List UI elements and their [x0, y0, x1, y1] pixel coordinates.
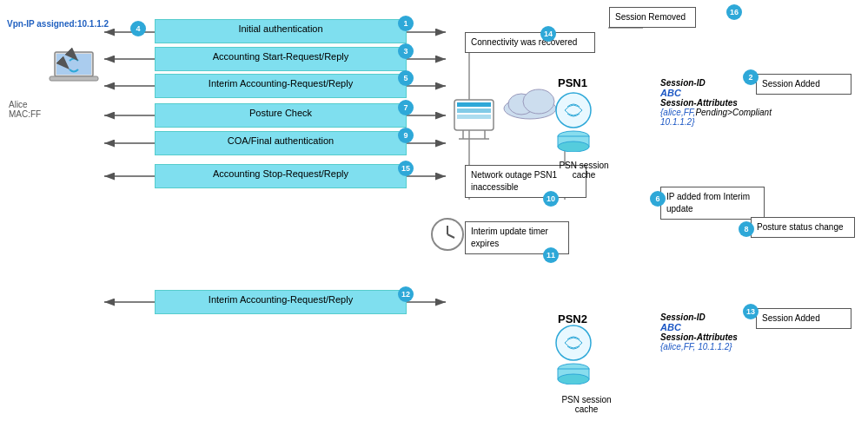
posture-status-box: Posture status change [751, 217, 855, 238]
interim-acct1-box: Interim Accounting-Request/Reply [155, 74, 407, 98]
session-info-2: Session-ID ABC Session-Attributes {alice… [660, 312, 738, 352]
coa-final-box: COA/Final authentication [155, 131, 407, 155]
psn1-cache-label: PSN session cache [549, 161, 619, 180]
badge-4: 4 [130, 21, 146, 36]
psn2-db-icon [552, 324, 604, 386]
psn1-db-icon [552, 91, 604, 154]
badge-13: 13 [743, 304, 759, 319]
badge-6: 6 [650, 191, 666, 207]
diagram: Vpn-IP assigned:10.1.1.2 AliceMAC:FF Ini… [0, 0, 868, 447]
badge-14: 14 [540, 26, 556, 42]
svg-point-38 [556, 325, 591, 360]
badge-10: 10 [543, 191, 559, 207]
badge-12: 12 [398, 286, 414, 302]
psn1-label: PSN1 [558, 76, 587, 89]
laptop-icon [48, 48, 100, 93]
ip-added-box: IP added from Interim update [660, 187, 765, 220]
firewall-icon [450, 95, 498, 145]
badge-9: 9 [398, 128, 414, 143]
svg-rect-26 [457, 108, 491, 113]
psn2-cache-label: PSN session cache [552, 395, 621, 414]
svg-point-33 [523, 89, 554, 114]
badge-16: 16 [726, 4, 742, 20]
svg-point-41 [558, 374, 589, 385]
badge-7: 7 [398, 100, 414, 115]
vpn-label: Vpn-IP assigned:10.1.1.2 [7, 17, 109, 30]
clock-icon [430, 217, 465, 253]
svg-rect-27 [457, 115, 491, 119]
session-removed-box: Session Removed [609, 7, 696, 28]
svg-point-34 [556, 93, 591, 128]
acct-stop-box: Accounting Stop-Request/Reply [155, 164, 407, 188]
posture-check-box: Posture Check [155, 103, 407, 128]
badge-3: 3 [398, 43, 414, 59]
svg-rect-20 [50, 76, 98, 81]
initial-auth-box: Initial authentication [155, 19, 407, 43]
badge-1: 1 [398, 16, 414, 31]
svg-rect-25 [457, 102, 491, 107]
alice-label: AliceMAC:FF [9, 100, 41, 119]
badge-15: 15 [398, 161, 414, 176]
interim-acct2-box: Interim Accounting-Request/Reply [155, 290, 407, 314]
connectivity-box: Connectivity was recovered [465, 32, 595, 53]
badge-8: 8 [739, 221, 754, 237]
badge-11: 11 [543, 247, 559, 263]
svg-point-37 [558, 141, 589, 152]
badge-5: 5 [398, 70, 414, 86]
session-added-2-box: Session Added [756, 308, 851, 329]
session-info-1: Session-ID ABC Session-Attributes {alice… [660, 78, 772, 127]
badge-2: 2 [743, 69, 759, 85]
acct-start-box: Accounting Start-Request/Reply [155, 47, 407, 71]
